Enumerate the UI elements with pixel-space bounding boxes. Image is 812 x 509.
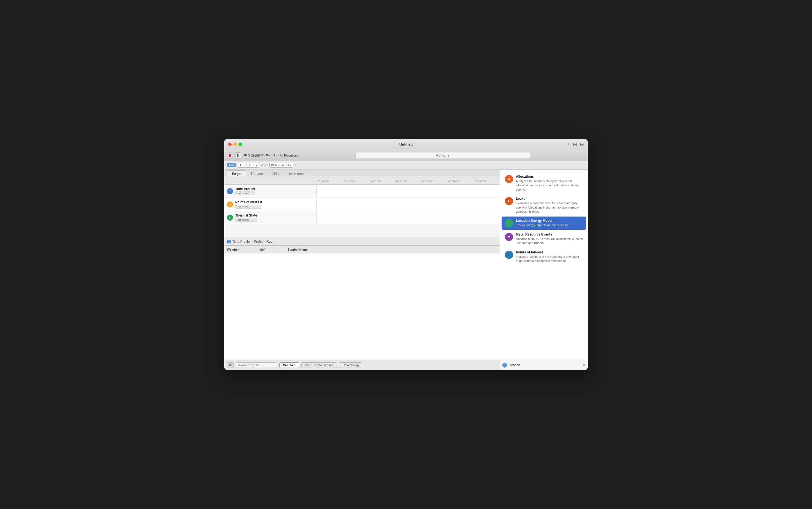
instrument-sidebar-thermal: 🌡 Thermal State Instrument (224, 212, 317, 223)
allocations-name: Allocations (516, 175, 583, 178)
weight-sort-arrow: ▾ (238, 248, 239, 251)
th-self[interactable]: Self (257, 248, 285, 251)
th-symbol[interactable]: Symbol Name (285, 248, 500, 251)
time-profiler-info: Time Profiler Instrument (235, 187, 255, 195)
thermal-name: Thermal State (235, 213, 257, 217)
close-button[interactable] (228, 142, 232, 146)
filter-any-badge[interactable]: ANY (227, 163, 236, 167)
filter-bar: ANY ATTRIBUTE ▾ target INSTRUMENT ▾ × (224, 161, 588, 170)
instrument-item-poi[interactable]: i Points of Interest Indicates locations… (502, 248, 586, 266)
leaks-text: Leaks Examines a process' heap for leake… (516, 197, 583, 214)
points-name: Points of Interest (235, 200, 262, 204)
split-view-button[interactable]: ⊟ (573, 141, 577, 147)
instrument-item-allocations[interactable]: A Allocations Analyzes the memory life-c… (502, 172, 586, 194)
search-icon: 🔍 (502, 363, 507, 368)
tick-5: 00:50.000 (447, 180, 474, 183)
breadcrumb-profile[interactable]: Profile (254, 240, 263, 243)
instrument-sidebar-time-profiler: ⏱ Time Profiler Instrument (224, 186, 317, 197)
titlebar: Untitled + ⊟ ⊞ (224, 139, 588, 150)
table-body (224, 253, 500, 336)
process-name: All Processes (280, 154, 298, 157)
th-weight[interactable]: Weight ▾ (224, 248, 257, 251)
poi-text: Points of Interest Indicates locations i… (516, 250, 583, 263)
svg-text:A: A (508, 177, 510, 181)
metal-name: Metal Resource Events (516, 233, 583, 236)
device-icon: 💻 (244, 154, 247, 157)
device-selector[interactable]: 💻 宋冠辰的MacBook Air › All Processes (244, 153, 298, 157)
tab-instruments[interactable]: Instruments (284, 171, 311, 177)
allocations-desc: Analyzes the memory life-cycle of proces… (516, 179, 583, 192)
minimize-button[interactable] (233, 142, 237, 146)
th-symbol-label: Symbol Name (287, 248, 308, 251)
involves-symbol-input[interactable] (236, 362, 277, 368)
svg-text:i: i (508, 252, 509, 257)
call-tree-constraints-button[interactable]: Call Tree Constraints (301, 362, 337, 368)
breadcrumb-sep-2: › (264, 240, 265, 243)
table-header: Weight ▾ Self Symbol Name (224, 246, 500, 253)
points-info: Points of Interest Instrument (235, 200, 262, 209)
instrument-row-time-profiler[interactable]: ⏱ Time Profiler Instrument (224, 184, 500, 198)
device-name: 宋冠辰的MacBook Air (248, 153, 277, 157)
instrument-item-metal[interactable]: M Metal Resource Events Records Metal GP… (502, 230, 586, 248)
tick-4: 00:40.000 (421, 180, 447, 183)
titlebar-controls: + ⊟ ⊞ (567, 141, 584, 147)
svg-text:M: M (508, 235, 510, 239)
metal-text: Metal Resource Events Records Metal GPU … (516, 233, 583, 245)
breadcrumb-bar: ◯ Time Profiler › Profile › Root (224, 237, 500, 246)
poi-desc: Indicates locations in the trace that a … (516, 255, 583, 263)
filter-x[interactable]: × (295, 164, 296, 167)
right-panel: A Allocations Analyzes the memory life-c… (500, 170, 588, 370)
search-input[interactable] (509, 363, 581, 367)
maximize-button[interactable] (239, 142, 242, 146)
tick-0: 00:00.000 (317, 180, 343, 183)
add-instrument-button[interactable]: + (567, 141, 570, 147)
points-badge: Instrument (235, 205, 262, 209)
timeline-ticks: 00:00.000 00:10.000 00:20.000 00:30.000 … (317, 180, 500, 183)
filter-instrument-label: INSTRUMENT (271, 164, 289, 167)
pause-button[interactable] (235, 152, 241, 159)
tab-target[interactable]: Target (227, 170, 246, 177)
svg-text:📍: 📍 (507, 222, 511, 225)
instrument-item-location-energy[interactable]: 📍 Location Energy Model Tracks energy im… (502, 216, 586, 230)
layout-button[interactable]: ⊞ (580, 141, 584, 147)
main-content: Target Threads CPUs Instruments 00:00.00… (224, 170, 588, 370)
device-chevron: › (278, 154, 279, 157)
breadcrumb-sep-1: › (252, 240, 253, 243)
points-track (317, 198, 500, 211)
filter-instrument-pill[interactable]: INSTRUMENT ▾ (270, 163, 293, 168)
instrument-item-leaks[interactable]: L Leaks Examines a process' heap for lea… (502, 195, 586, 216)
filter-attribute-chevron: ▾ (256, 164, 257, 167)
instrument-row-thermal[interactable]: 🌡 Thermal State Instrument (224, 211, 500, 224)
toolbar: 💻 宋冠辰的MacBook Air › All Processes No Run… (224, 150, 588, 161)
allocations-text: Allocations Analyzes the memory life-cyc… (516, 175, 583, 192)
call-tree-button[interactable]: Call Tree (279, 362, 299, 368)
tab-cpus[interactable]: CPUs (267, 171, 284, 177)
filter-attribute-pill[interactable]: ATTRIBUTE ▾ (238, 163, 259, 168)
breadcrumb-icon: ◯ (227, 240, 231, 243)
th-self-label: Self (260, 248, 266, 251)
nav-tabs: Target Threads CPUs Instruments (224, 170, 500, 178)
filter-attribute-label: ATTRIBUTE (240, 164, 255, 167)
spacer-row (224, 224, 500, 237)
points-icon: ℹ (227, 201, 233, 207)
record-icon (229, 154, 231, 157)
location-energy-text: Location Energy Model Tracks energy impa… (516, 219, 583, 227)
tab-threads[interactable]: Threads (246, 171, 267, 177)
time-profiler-name: Time Profiler (235, 187, 255, 191)
svg-text:L: L (508, 200, 510, 203)
leaks-desc: Examines a process' heap for leaked memo… (516, 201, 583, 214)
instrument-row-points[interactable]: ℹ Points of Interest Instrument (224, 198, 500, 211)
filter-divider: target (260, 164, 268, 167)
breadcrumb-root: Root (267, 240, 273, 243)
leaks-name: Leaks (516, 197, 583, 201)
filter-funnel-button[interactable]: ⊞ (227, 362, 233, 368)
search-clear-button[interactable]: ✕ (582, 363, 586, 367)
record-button[interactable] (227, 152, 233, 159)
thermal-track (317, 211, 500, 224)
data-mining-button[interactable]: Data Mining (339, 362, 363, 368)
location-energy-desc: Tracks energy impacts of Core Location. (516, 223, 583, 227)
breadcrumb-time-profiler[interactable]: Time Profiler (232, 240, 251, 243)
bottom-toolbar: ⊞ Call Tree Call Tree Constraints Data M… (224, 360, 500, 370)
allocations-icon: A (505, 175, 513, 183)
window-title: Untitled (399, 142, 413, 146)
